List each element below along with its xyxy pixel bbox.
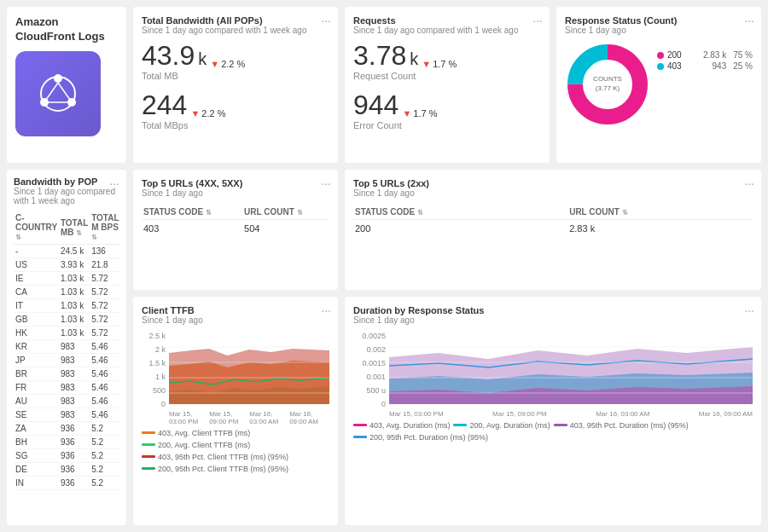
svg-point-2 [40, 98, 49, 107]
pop-title: Bandwidth by POP [14, 176, 119, 187]
requests-value2: 944 [353, 91, 399, 119]
pop-card: ··· Bandwidth by POP Since 1 day ago com… [7, 170, 126, 525]
bandwidth-card: ··· Total Bandwidth (All POPs) Since 1 d… [133, 7, 338, 163]
pop-table-row: DE9365.2 [14, 463, 120, 477]
url4xx-col-status: STATUS CODE ⇅ [142, 205, 242, 220]
pop-table-row: IT1.03 k5.72 [14, 299, 120, 313]
col-country[interactable]: C-COUNTRY ⇅ [14, 211, 59, 245]
svg-text:COUNTS: COUNTS [593, 75, 622, 83]
pop-table-row: GB1.03 k5.72 [14, 313, 120, 327]
ttfb-legend: 403, Avg. Client TTFB (ms) 200, Avg. Cli… [142, 429, 329, 473]
donut-chart: COUNTS (3.77 K) [565, 42, 650, 127]
requests-label2: Error Count [353, 120, 541, 130]
pop-table-row: -24.5 k136 [14, 245, 120, 258]
ttfb-chart [169, 332, 329, 408]
url2xx-col-status: STATUS CODE ⇅ [353, 205, 567, 220]
pop-table-row: BR9835.46 [14, 367, 120, 381]
pop-table-row: BH9365.2 [14, 436, 120, 449]
pop-table-row: US3.93 k21.8 [14, 258, 120, 272]
svg-point-1 [54, 74, 62, 83]
pop-table-row: SG9365.2 [14, 449, 120, 463]
url2xx-col-count: URL COUNT ⇅ [567, 205, 753, 220]
requests-unit: k [410, 49, 418, 69]
urls2xx-subtitle: Since 1 day ago [353, 188, 753, 198]
svg-point-3 [67, 98, 76, 107]
pop-table-row: HK1.03 k5.72 [14, 327, 120, 340]
duration-legend: 403, Avg. Duration (ms) 200, Avg. Durati… [353, 421, 753, 442]
bandwidth-menu[interactable]: ··· [321, 14, 331, 27]
urls4xx-subtitle: Since 1 day ago [142, 188, 329, 198]
svg-marker-22 [389, 347, 753, 404]
ttfb-card: ··· Client TTFB Since 1 day ago 2.5 k 2 … [133, 297, 338, 525]
pop-table-row: CA1.03 k5.72 [14, 286, 120, 299]
bandwidth-value2: 244 [142, 91, 187, 119]
bandwidth-change2: ▼ 2.2 % [190, 108, 225, 119]
requests-card: ··· Requests Since 1 day ago compared wi… [345, 7, 550, 163]
urls2xx-card: ··· Top 5 URLs (2xx) Since 1 day ago STA… [345, 170, 761, 289]
bandwidth-unit: k [198, 49, 207, 69]
col-total-mbps[interactable]: TOTAL M BPS ⇅ [90, 211, 120, 245]
pop-table-row: JP9835.46 [14, 354, 120, 367]
url4xx-row: 403 504 [142, 220, 329, 238]
bandwidth-change: ▼ 2.2 % [210, 59, 245, 69]
ttfb-menu[interactable]: ··· [321, 304, 331, 317]
app-logo [15, 51, 101, 136]
pop-table-row: IE1.03 k5.72 [14, 272, 120, 286]
pop-table-row: KR9835.46 [14, 340, 120, 354]
duration-card: ··· Duration by Response Status Since 1 … [345, 297, 761, 525]
duration-title: Duration by Response Status [353, 305, 753, 315]
svg-line-4 [46, 83, 58, 100]
svg-text:(3.77 K): (3.77 K) [596, 84, 620, 92]
urls4xx-table: STATUS CODE ⇅ URL COUNT ⇅ 403 504 [142, 205, 329, 237]
requests-label: Request Count [353, 71, 541, 81]
app-title: Amazon CloudFront Logs [15, 15, 118, 44]
requests-title: Requests [353, 15, 541, 26]
legend-403: 403 943 25 % [657, 61, 753, 71]
duration-chart [389, 332, 753, 408]
requests-subtitle: Since 1 day ago compared with 1 week ago [353, 26, 541, 35]
response-subtitle: Since 1 day ago [565, 26, 753, 35]
bandwidth-label: Total MB [142, 71, 329, 81]
urls4xx-title: Top 5 URLs (4XX, 5XX) [142, 178, 329, 188]
bandwidth-subtitle: Since 1 day ago compared with 1 week ago [142, 26, 329, 35]
pop-table-row: SE9835.46 [14, 408, 120, 422]
url2xx-row: 200 2.83 k [353, 220, 753, 238]
pop-menu[interactable]: ··· [109, 176, 119, 190]
bandwidth-label2: Total MBps [142, 120, 329, 130]
requests-menu[interactable]: ··· [532, 14, 543, 27]
legend-dot-403 [657, 63, 664, 70]
urls2xx-table: STATUS CODE ⇅ URL COUNT ⇅ 200 2.83 k [353, 205, 753, 237]
response-card: ··· Response Status (Count) Since 1 day … [556, 7, 761, 163]
requests-change: ▼ 1.7 % [422, 59, 457, 69]
pop-table: C-COUNTRY ⇅ TOTAL MB ⇅ TOTAL M BPS ⇅ -24… [14, 211, 120, 490]
svg-line-5 [58, 83, 70, 100]
pop-table-row: AU9835.46 [14, 395, 120, 408]
bandwidth-title: Total Bandwidth (All POPs) [142, 15, 329, 26]
pop-table-row: FR9835.46 [14, 381, 120, 395]
requests-value: 3.78 [353, 42, 406, 69]
pop-subtitle: Since 1 day ago compared with 1 week ago [14, 187, 119, 205]
response-title: Response Status (Count) [565, 15, 753, 26]
bandwidth-value: 43.9 [142, 42, 195, 69]
svg-marker-14 [169, 349, 329, 404]
response-menu[interactable]: ··· [744, 14, 754, 27]
ttfb-title: Client TTFB [142, 305, 329, 315]
legend-200: 200 2.83 k 75 % [657, 50, 753, 60]
pop-table-row: ZA9365.2 [14, 422, 120, 436]
pop-table-row: IN9365.2 [14, 477, 120, 490]
duration-menu[interactable]: ··· [744, 304, 754, 317]
duration-subtitle: Since 1 day ago [353, 315, 753, 325]
ttfb-subtitle: Since 1 day ago [142, 315, 329, 325]
requests-change2: ▼ 1.7 % [402, 108, 437, 119]
urls4xx-menu[interactable]: ··· [321, 176, 331, 190]
legend-dot-200 [657, 52, 664, 59]
urls2xx-menu[interactable]: ··· [744, 176, 754, 190]
url4xx-col-count: URL COUNT ⇅ [242, 205, 329, 220]
logo-card: Amazon CloudFront Logs [7, 7, 126, 163]
urls2xx-title: Top 5 URLs (2xx) [353, 178, 753, 188]
urls4xx-card: ··· Top 5 URLs (4XX, 5XX) Since 1 day ag… [133, 170, 338, 289]
col-total-mb[interactable]: TOTAL MB ⇅ [59, 211, 90, 245]
